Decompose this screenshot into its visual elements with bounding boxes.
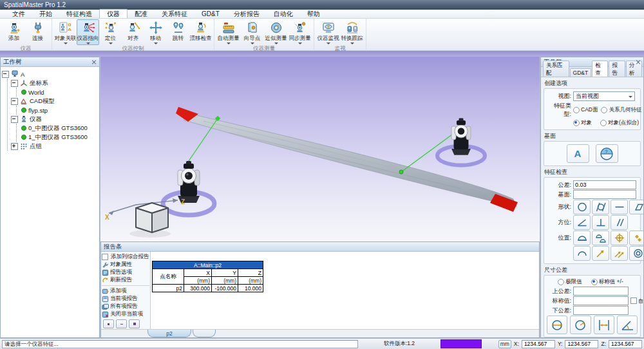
position-button[interactable] bbox=[611, 231, 628, 245]
y-coordinate-field[interactable] bbox=[565, 340, 598, 348]
parallelism-button[interactable] bbox=[611, 215, 628, 230]
flatness-button[interactable] bbox=[629, 200, 644, 214]
distance-measure-button[interactable] bbox=[594, 316, 614, 334]
close-non-current-button[interactable]: 关闭非当前项 bbox=[102, 310, 149, 318]
add-to-summary-report-checkbox[interactable]: 添加到综合报告 bbox=[102, 253, 149, 261]
menu-start[interactable]: 开始 bbox=[32, 10, 59, 18]
add-item-button[interactable]: 添加项 bbox=[102, 287, 149, 295]
ribbon-button-locate[interactable]: 定位 bbox=[99, 19, 122, 45]
collapse-icon[interactable] bbox=[11, 80, 18, 87]
layout-dash-button[interactable] bbox=[116, 319, 127, 328]
menu-file[interactable]: 文件 bbox=[5, 10, 32, 18]
ribbon-button-connect[interactable]: 连接 bbox=[26, 19, 50, 45]
collapse-icon[interactable] bbox=[2, 71, 9, 78]
viewport-canvas[interactable]: X Z bbox=[100, 57, 540, 241]
layout-square-button[interactable] bbox=[129, 319, 140, 328]
tree-node-world[interactable]: World bbox=[20, 88, 98, 97]
tree-node-instrument-0[interactable]: 0_中图仪器 GTS3600 bbox=[20, 124, 98, 133]
datum-circle-button[interactable]: ? bbox=[596, 144, 618, 163]
ribbon-button-object-associate[interactable]: 对象关联 bbox=[54, 19, 77, 45]
close-icon[interactable] bbox=[91, 59, 97, 64]
cylindricity-button[interactable] bbox=[592, 200, 609, 214]
symmetry-button[interactable] bbox=[629, 231, 644, 245]
all-items-report-button[interactable]: 所有项报告 bbox=[102, 303, 149, 310]
ribbon-button-move[interactable]: 移动 bbox=[144, 19, 167, 45]
tree-node-instruments[interactable]: 仪器 bbox=[11, 115, 98, 124]
expand-icon[interactable] bbox=[11, 143, 18, 150]
profile-of-line-button[interactable] bbox=[573, 246, 591, 261]
layout-dot-button[interactable] bbox=[103, 319, 114, 328]
menu-gdt[interactable]: GD&T bbox=[194, 10, 227, 18]
tab-check[interactable]: 检查 bbox=[592, 61, 608, 77]
radio-limit-value[interactable] bbox=[558, 279, 564, 285]
angle-measure-button[interactable] bbox=[617, 316, 638, 334]
tree-node-coordinate-systems[interactable]: 坐标系 bbox=[11, 79, 98, 88]
ribbon-button-auto-measure[interactable]: 自动测量 bbox=[216, 19, 240, 45]
measure-point-marker-right[interactable] bbox=[399, 170, 403, 174]
menu-instrument[interactable]: 仪器 bbox=[99, 9, 128, 18]
diameter-measure-button[interactable] bbox=[547, 316, 567, 334]
ribbon-button-instrument-pointing[interactable]: 仪器指向 bbox=[77, 19, 99, 45]
tab-report[interactable]: 报告 bbox=[609, 61, 625, 77]
object-properties-button[interactable]: 对象属性 bbox=[102, 261, 149, 269]
radio-object[interactable] bbox=[573, 120, 580, 126]
auto-nominal-checkbox[interactable] bbox=[630, 297, 637, 304]
tree-node-root[interactable]: A bbox=[2, 70, 98, 79]
radio-cad-face[interactable] bbox=[573, 107, 580, 113]
radio-nominal-value[interactable] bbox=[591, 279, 598, 285]
z-coordinate-field[interactable] bbox=[609, 340, 642, 348]
refresh-report-button[interactable]: 刷新报告 bbox=[102, 276, 149, 284]
radio-relation-feature[interactable] bbox=[601, 107, 607, 113]
ribbon-button-guide-points[interactable]: 向导点 bbox=[240, 19, 264, 45]
ribbon-button-sync-measure[interactable]: 同步测量 bbox=[288, 19, 312, 45]
circularity-button[interactable] bbox=[573, 200, 591, 214]
straightness-button[interactable] bbox=[611, 200, 628, 214]
tree-node-point-group[interactable]: 点组 bbox=[11, 142, 98, 151]
circular-runout-button[interactable] bbox=[592, 246, 609, 261]
ribbon-button-add[interactable]: 添加 bbox=[2, 19, 26, 45]
datum-input[interactable] bbox=[573, 190, 636, 199]
ribbon-button-proximity-measure[interactable]: 近似测量 bbox=[264, 19, 288, 45]
concentricity-button[interactable] bbox=[629, 246, 644, 261]
report-tab-p2[interactable]: p2 bbox=[147, 330, 191, 337]
ribbon-button-transform-tracking[interactable]: 转换跟踪 bbox=[340, 19, 364, 45]
menu-registration[interactable]: 配准 bbox=[128, 10, 155, 18]
menu-help[interactable]: 帮助 bbox=[300, 10, 327, 18]
nominal-value-input[interactable] bbox=[573, 296, 629, 305]
perpendicularity-button[interactable] bbox=[592, 215, 609, 230]
tab-gdt[interactable]: GD&T bbox=[570, 68, 592, 77]
collapse-icon[interactable] bbox=[11, 116, 18, 123]
view-select[interactable]: 当前视图 bbox=[573, 91, 635, 101]
tab-relation-fit[interactable]: 关系匹配 bbox=[543, 61, 569, 77]
report-options-button[interactable]: 报告选项 bbox=[102, 269, 149, 276]
composite-profile-button[interactable] bbox=[592, 231, 609, 245]
ribbon-button-instrument-monitor[interactable]: 仪器监视 bbox=[316, 19, 340, 45]
current-item-report-button[interactable]: 当前项报告 bbox=[102, 295, 149, 303]
tree-node-instrument-1[interactable]: 1_中图仪器 GTS3600 bbox=[20, 133, 98, 142]
ribbon-button-align[interactable]: 对齐 bbox=[122, 19, 144, 45]
lower-tolerance-input[interactable] bbox=[573, 306, 629, 315]
angularity-button[interactable] bbox=[573, 215, 591, 230]
close-icon[interactable] bbox=[636, 59, 641, 64]
radius-measure-button[interactable] bbox=[570, 316, 591, 334]
tree-node-label: CAD模型 bbox=[30, 97, 55, 106]
viewport-3d[interactable]: X Z bbox=[100, 57, 540, 241]
datum-a-button[interactable]: A bbox=[567, 144, 589, 163]
table-row[interactable]: p2 300.000 -100.000 10.000 bbox=[153, 285, 263, 292]
collapse-icon[interactable] bbox=[11, 98, 18, 105]
menu-feature-construction[interactable]: 特征构造 bbox=[59, 10, 99, 18]
x-coordinate-field[interactable] bbox=[522, 340, 555, 348]
radio-object-point-fit[interactable] bbox=[600, 120, 607, 126]
menu-analysis-report[interactable]: 分析报告 bbox=[227, 10, 267, 18]
ribbon-button-jump[interactable]: 跳转 bbox=[167, 19, 189, 45]
tolerance-input[interactable] bbox=[573, 180, 636, 189]
tree-node-cad-file[interactable]: flyp.stp bbox=[20, 106, 98, 115]
upper-tolerance-input[interactable] bbox=[573, 287, 629, 296]
unit-button[interactable]: mm bbox=[498, 340, 511, 348]
menu-relation-features[interactable]: 关系特征 bbox=[155, 10, 194, 18]
ribbon-button-drift-check[interactable]: 漂移检查 bbox=[189, 19, 212, 45]
tree-node-cad-model[interactable]: CAD模型 bbox=[11, 97, 98, 106]
profile-of-surface-button[interactable] bbox=[573, 231, 591, 245]
menu-automation[interactable]: 自动化 bbox=[267, 10, 300, 18]
total-runout-button[interactable] bbox=[611, 246, 628, 261]
